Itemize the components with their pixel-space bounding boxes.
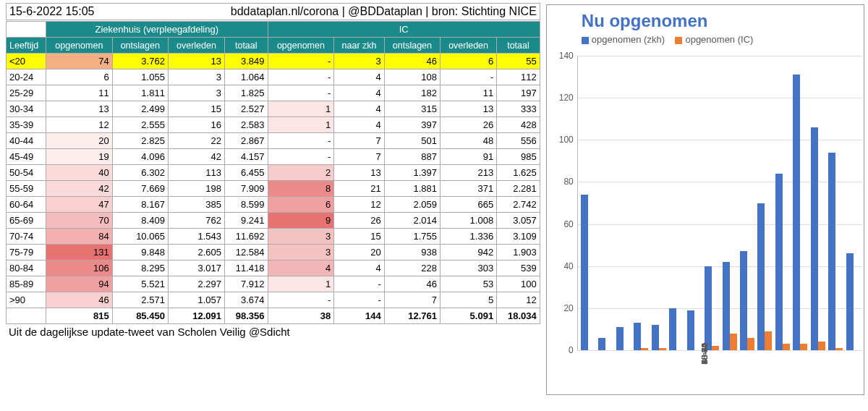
col-totaal: totaal (224, 38, 268, 54)
ic-cell: 303 (441, 260, 497, 276)
zkh-cell: 3 (168, 69, 224, 85)
zkh-cell: 3.674 (224, 292, 268, 308)
ic-cell: 942 (441, 245, 497, 260)
ic-cell: 4 (334, 117, 385, 133)
ic-cell: 1.397 (384, 165, 440, 181)
zkh-cell: 8.409 (112, 213, 168, 229)
zkh-cell: 2.825 (112, 133, 168, 149)
bar-ic (659, 348, 666, 350)
bar-zkh (846, 253, 854, 350)
ic-cell: 197 (497, 85, 540, 101)
group-ic: IC (268, 22, 540, 38)
zkh-cell: 2.867 (224, 133, 268, 149)
ic-cell: - (334, 292, 385, 308)
zkh-cell: 47 (46, 197, 113, 213)
ic-cell: 26 (441, 117, 497, 133)
zkh-cell: 16 (168, 117, 224, 133)
zkh-cell: 1.825 (224, 85, 268, 101)
zkh-cell: 13 (46, 101, 113, 117)
bar-zkh (793, 75, 800, 350)
bar-zkh (652, 325, 659, 350)
zkh-cell: 1.064 (224, 69, 268, 85)
zkh-cell: 762 (168, 213, 224, 229)
zkh-cell: 1.543 (168, 229, 224, 245)
ic-cell: 665 (441, 197, 497, 213)
zkh-cell: 3.762 (112, 54, 168, 69)
zkh-cell: 10.065 (112, 229, 168, 245)
ic-cell: 15 (334, 229, 385, 245)
ic-cell: 53 (441, 276, 497, 292)
zkh-cell: 11.418 (224, 260, 268, 276)
zkh-cell: 1.055 (112, 69, 168, 85)
ic-cell: 1.755 (384, 229, 440, 245)
bar-zkh (757, 203, 765, 351)
age-cell: 75-79 (7, 245, 46, 260)
zkh-cell: 8.599 (224, 197, 268, 213)
zkh-cell: 40 (46, 165, 113, 181)
zkh-cell: 2.499 (112, 101, 168, 117)
zkh-cell: 8.295 (112, 260, 168, 276)
ic-cell: 4 (334, 260, 385, 276)
zkh-cell: 7.909 (224, 181, 268, 197)
ic-cell: 6 (268, 197, 334, 213)
ic-cell: 2.014 (384, 213, 440, 229)
zkh-cell: 3.017 (168, 260, 224, 276)
ic-cell: 4 (334, 101, 385, 117)
zkh-cell: 9.848 (112, 245, 168, 260)
age-cell: 45-49 (7, 149, 46, 165)
zkh-cell: 74 (46, 54, 113, 69)
ic-cell: 13 (334, 165, 385, 181)
ic-cell: 1.881 (384, 181, 440, 197)
zkh-cell: 84 (46, 229, 113, 245)
ic-cell: 21 (334, 181, 385, 197)
age-cell: 40-44 (7, 133, 46, 149)
ic-cell: 2 (268, 165, 334, 181)
ic-cell: 7 (384, 292, 440, 308)
zkh-cell: 42 (46, 181, 113, 197)
age-cell: 30-34 (7, 101, 46, 117)
bar-zkh (669, 308, 676, 350)
zkh-cell: 46 (46, 292, 113, 308)
zkh-cell: 1.811 (112, 85, 168, 101)
zkh-cell: 22 (168, 133, 224, 149)
ic-cell: 1.336 (441, 229, 497, 245)
bar-zkh (828, 153, 835, 350)
col-age: Leeftijd (7, 38, 46, 54)
zkh-cell: 15 (168, 101, 224, 117)
zkh-cell: 131 (46, 245, 113, 260)
bar-ic (783, 344, 790, 350)
ic-cell: 2.281 (497, 181, 540, 197)
ic-cell: 20 (334, 245, 385, 260)
ic-cell: 4 (268, 260, 334, 276)
bar-ic (818, 342, 825, 350)
zkh-cell: 6 (46, 69, 113, 85)
col-ic-totaal: totaal (497, 38, 540, 54)
col-ontslagen: ontslagen (112, 38, 168, 54)
ic-cell: 13 (441, 101, 497, 117)
zkh-cell: 1.057 (168, 292, 224, 308)
col-ic-opgenomen: opgenomen (268, 38, 334, 54)
bar-ic (712, 346, 719, 350)
age-cell: <20 (7, 54, 46, 69)
zkh-cell: 2.297 (168, 276, 224, 292)
ic-cell: 4 (334, 85, 385, 101)
ic-cell: 91 (441, 149, 497, 165)
ic-cell: 7 (334, 149, 385, 165)
ic-cell: 26 (334, 213, 385, 229)
age-cell: 35-39 (7, 117, 46, 133)
zkh-cell: 6.302 (112, 165, 168, 181)
ic-cell: - (268, 133, 334, 149)
ic-cell: 4 (334, 69, 385, 85)
ic-cell: - (268, 54, 334, 69)
ic-cell: 371 (441, 181, 497, 197)
ic-cell: 7 (334, 133, 385, 149)
zkh-cell: 7.912 (224, 276, 268, 292)
ic-cell: - (268, 292, 334, 308)
age-cell: 55-59 (7, 181, 46, 197)
bar-zkh (634, 323, 641, 350)
ic-cell: 985 (497, 149, 540, 165)
zkh-cell: 8.167 (112, 197, 168, 213)
zkh-cell: 2.527 (224, 101, 268, 117)
ic-cell: 11 (441, 85, 497, 101)
bar-zkh (775, 174, 783, 350)
